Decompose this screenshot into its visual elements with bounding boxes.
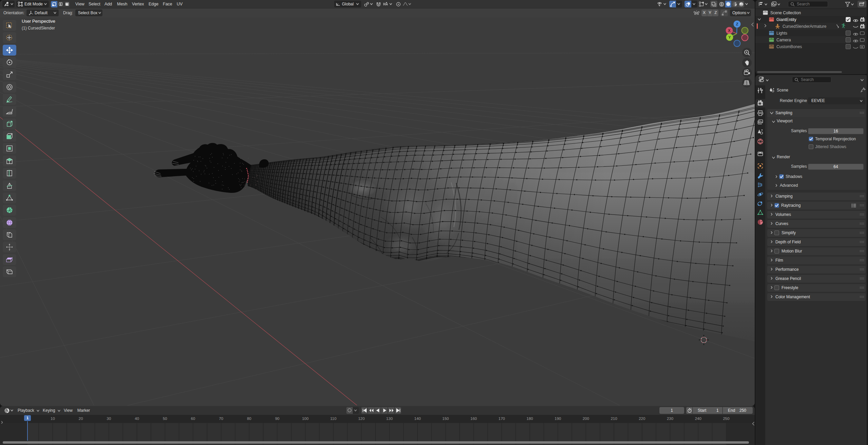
- svg-text:Y: Y: [728, 35, 731, 39]
- svg-text:Z: Z: [736, 22, 738, 26]
- svg-text:X: X: [728, 28, 731, 33]
